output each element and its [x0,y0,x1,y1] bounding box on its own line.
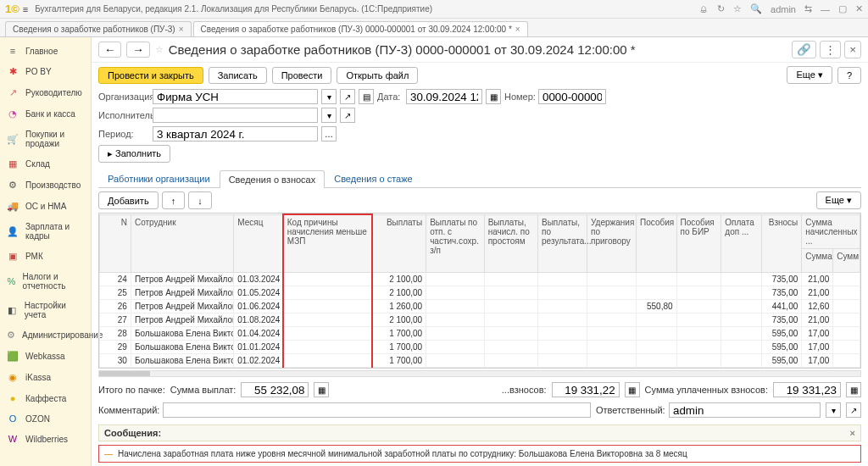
table-row[interactable]: 30 Большакова Елена Викторовна 01.02.202… [100,353,860,367]
period-field[interactable] [153,126,318,141]
sidebar-item[interactable]: WWildberries [0,429,91,449]
tab-list[interactable]: Сведения о заработке работников (ПУ-3)× [5,21,192,36]
open-icon[interactable]: ↗ [340,89,355,104]
post-and-close-button[interactable]: Провести и закрыть [98,67,203,84]
post-button[interactable]: Провести [272,67,332,84]
table-row[interactable]: 31 Большакова Елена Викторовна 01.07.202… [100,367,860,369]
col-benef-bir[interactable]: Пособия по БИР [676,214,721,272]
user-label[interactable]: admin [771,4,796,14]
col-reason[interactable]: Код причины начисления меньше МЗП [283,214,373,272]
history-icon[interactable]: ↻ [717,3,725,14]
col-sum-accr[interactable]: Сумма начисленных ... [802,214,860,248]
table-row[interactable]: 26 Петров Андрей Михайлович 01.06.2024 1… [100,299,860,313]
subtab-workers[interactable]: Работники организации [98,169,220,187]
number-field[interactable] [538,89,606,104]
search-icon[interactable]: 🔍 [750,3,762,14]
sum-pay-field[interactable] [241,382,309,397]
date-field[interactable] [406,89,482,104]
fill-button[interactable]: ▸ Заполнить [98,145,170,163]
sidebar-item[interactable]: ▦Склад [0,153,91,175]
col-contrib[interactable]: Взносы [761,214,801,272]
calc-icon[interactable]: ▦ [625,382,640,397]
sidebar-item[interactable]: ◉iKassa [0,367,91,388]
open-file-button[interactable]: Открыть файл [337,67,418,84]
exec-field[interactable] [153,108,318,123]
calc-icon[interactable]: ▦ [314,382,329,397]
close-icon[interactable]: × [515,25,520,34]
open-icon[interactable]: ↗ [340,108,355,123]
table-row[interactable]: 29 Большакова Елена Викторовна 01.01.202… [100,340,860,353]
sidebar-item[interactable]: ⚙Администрирование [0,325,91,346]
more-button[interactable]: Еще ▾ [787,66,832,84]
more-icon[interactable]: ⋮ [820,41,841,58]
col-pay[interactable]: Выплаты [372,214,426,272]
col-pay-add[interactable]: Оплата доп ... [721,214,761,272]
col-ded[interactable]: Удержания по приговору [587,214,637,272]
col-employee[interactable]: Сотрудник [131,214,233,272]
subtab-experience[interactable]: Сведения о стаже [325,169,422,187]
calendar-icon[interactable]: ▦ [486,89,501,104]
open-icon[interactable]: ↗ [846,402,861,418]
sidebar-item[interactable]: OOZON [0,408,91,429]
sum-accr-field[interactable] [552,382,620,397]
comment-field[interactable] [163,402,591,418]
close-icon[interactable]: × [850,428,855,438]
col-benef[interactable]: Пособия [637,214,676,272]
sidebar-item[interactable]: ⚙Производство [0,175,91,196]
sidebar-item[interactable]: 🛒Покупки и продажи [0,125,91,153]
maximize-icon[interactable]: ▢ [838,3,847,14]
sidebar-item[interactable]: ▣РМК [0,246,91,267]
col-pay-part[interactable]: Выплаты по отп. с частич.сохр. з/п [426,214,485,272]
horizontal-scrollbar[interactable] [98,370,861,377]
add-row-button[interactable]: Добавить [98,191,159,209]
more-button[interactable]: Еще ▾ [816,191,861,209]
sidebar-item[interactable]: %Налоги и отчетность [0,267,91,296]
list-icon[interactable]: ▤ [359,89,374,104]
sidebar-item[interactable]: ◧Настройки учета [0,296,91,325]
sum-paid-field[interactable] [773,382,841,397]
resp-field[interactable] [669,402,821,418]
nav-back-button[interactable]: ← [98,42,121,58]
org-field[interactable] [153,89,318,104]
sidebar-item[interactable]: 👤Зарплата и кадры [0,217,91,246]
close-icon[interactable]: ✕ [855,3,863,14]
tab-document[interactable]: Сведения о заработке работников (ПУ-3) 0… [193,21,528,36]
col-pay-res[interactable]: Выплаты, по результата... [538,214,587,272]
col-month[interactable]: Месяц [234,214,283,272]
table-row[interactable]: 28 Большакова Елена Викторовна 01.04.202… [100,326,860,340]
move-down-button[interactable]: ↓ [188,191,212,209]
write-button[interactable]: Записать [209,67,267,84]
col-n[interactable]: N [100,214,131,272]
calc-icon[interactable]: ▦ [846,382,861,397]
star-icon[interactable]: ☆ [733,3,742,14]
sidebar-item[interactable]: 🟩Webkassa [0,346,91,367]
col-sum[interactable]: Сумма [802,248,833,272]
move-up-button[interactable]: ↑ [162,191,186,209]
sidebar-item[interactable]: ◔Банк и касса [0,103,91,125]
close-icon[interactable]: × [844,41,861,58]
period-select-icon[interactable]: … [321,126,337,141]
help-button[interactable]: ? [837,67,861,84]
dropdown-icon[interactable]: ▾ [321,108,337,123]
settings-icon[interactable]: ⇆ [804,3,812,14]
bell-icon[interactable]: 🕭 [699,4,709,14]
nav-fwd-button[interactable]: → [126,42,149,58]
sidebar-item[interactable]: ≡Главное [0,41,91,61]
sidebar-item[interactable]: ✱PO BY [0,61,91,82]
link-icon[interactable]: 🔗 [792,41,816,58]
dropdown-icon[interactable]: ▾ [321,89,337,104]
sidebar-item[interactable]: ↗Руководителю [0,82,91,103]
sidebar-item[interactable]: 🚚ОС и НМА [0,196,91,217]
sidebar-item[interactable]: ●Каффеста [0,388,91,408]
table-row[interactable]: 27 Петров Андрей Михайлович 01.08.2024 2… [100,313,860,326]
close-icon[interactable]: × [179,25,184,34]
col-sumx[interactable]: Сумм [833,248,860,272]
minimize-icon[interactable]: — [821,4,830,14]
col-pay-idle[interactable]: Выплаты, начисл. по простоям [484,214,537,272]
table-row[interactable]: 25 Петров Андрей Михайлович 01.05.2024 2… [100,286,860,299]
table-row[interactable]: 24 Петров Андрей Михайлович 01.03.2024 2… [100,272,860,286]
star-icon[interactable]: ☆ [155,44,164,55]
subtab-contributions[interactable]: Сведения о взносах [220,170,326,188]
menu-icon[interactable]: ≡ [23,4,28,14]
dropdown-icon[interactable]: ▾ [826,402,841,418]
